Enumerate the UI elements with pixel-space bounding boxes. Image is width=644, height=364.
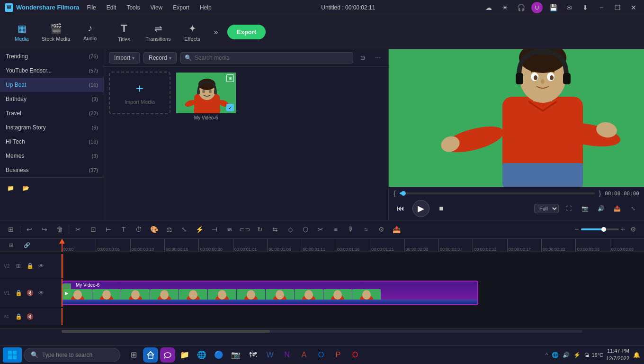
cut-tool[interactable]: ✂ — [71, 222, 85, 237]
filter-icon[interactable]: ⊟ — [357, 52, 368, 64]
scrubber-track[interactable] — [400, 192, 595, 194]
track-2-add-icon[interactable]: ⊞ — [14, 262, 23, 270]
bracket-left-icon[interactable]: { — [394, 190, 396, 197]
prev-frame-button[interactable]: ⏮ — [394, 201, 408, 216]
tray-volume-icon[interactable]: 🔊 — [562, 351, 571, 359]
notification-icon[interactable]: ✉ — [564, 2, 575, 13]
fullscreen-icon[interactable]: ⛶ — [563, 202, 575, 215]
split-tool[interactable]: ⊣ — [207, 222, 222, 237]
taskbar-chat[interactable] — [160, 347, 175, 363]
taskbar-chrome[interactable]: 🔵 — [211, 347, 226, 363]
track-1-lock-icon[interactable]: 🔒 — [14, 289, 23, 297]
audio-track-lock-icon[interactable]: 🔒 — [14, 312, 23, 321]
taskbar-word[interactable]: W — [262, 347, 277, 363]
export-button[interactable]: Export — [227, 25, 266, 39]
tab-stock-media[interactable]: 🎬 Stock Media — [39, 17, 73, 48]
cloud-icon[interactable]: ☁ — [483, 2, 494, 13]
taskbar-edge[interactable]: 🌐 — [194, 347, 209, 363]
download-icon[interactable]: ⬇ — [580, 2, 591, 13]
stabilize-tool[interactable]: ⚖ — [162, 222, 176, 237]
menu-export[interactable]: Export — [171, 3, 191, 12]
panel-item-business[interactable]: Business (37) — [0, 163, 104, 177]
tab-titles[interactable]: T Titles — [107, 17, 141, 48]
taskbar-weather[interactable]: 🌤 16°C — [584, 352, 603, 358]
auto-tool[interactable]: ⚙ — [374, 222, 388, 237]
panel-item-instagram[interactable]: Instagram Story (9) — [0, 120, 104, 135]
keyframe-tool[interactable]: ◇ — [283, 222, 297, 237]
rotate-tool[interactable]: ↻ — [253, 222, 267, 237]
taskbar-powerpoint[interactable]: P — [331, 347, 346, 363]
notification-center-icon[interactable]: 🔔 — [632, 351, 641, 359]
quality-select[interactable]: Full 1/2 1/4 — [534, 204, 559, 213]
import-placeholder[interactable]: + Import Media — [109, 72, 170, 114]
mic-tool[interactable]: 🎙 — [344, 222, 358, 237]
panel-item-hitech[interactable]: Hi-Tech (16) — [0, 135, 104, 149]
menu-help[interactable]: Help — [198, 3, 214, 12]
audio-eq-tool[interactable]: ⊂⊃ — [238, 222, 252, 237]
mask-tool[interactable]: ⬡ — [298, 222, 313, 237]
settings-tool[interactable]: ⚙ — [626, 222, 640, 237]
volume-icon[interactable]: 🔊 — [595, 202, 607, 215]
resize-icon[interactable]: ⤡ — [627, 202, 639, 215]
taskbar-clock[interactable]: 11:47 PM 12/7/2022 — [606, 347, 629, 362]
save-icon[interactable]: 💾 — [547, 2, 559, 13]
track-2-lock-icon[interactable]: 🔒 — [26, 262, 34, 270]
headset-icon[interactable]: 🎧 — [515, 2, 527, 13]
panel-item-trending[interactable]: Trending (76) — [0, 49, 104, 64]
export-tool[interactable]: 📤 — [389, 222, 403, 237]
speed-tool[interactable]: ⚡ — [192, 222, 206, 237]
menu-edit[interactable]: Edit — [105, 3, 118, 12]
minimize-button[interactable]: − — [596, 2, 607, 13]
panel-item-memes[interactable]: Memes (3) — [0, 149, 104, 163]
audio-mix-tool[interactable]: ≋ — [223, 222, 237, 237]
subtitle-tool[interactable]: ≡ — [329, 222, 343, 237]
zoom-track[interactable] — [581, 228, 619, 230]
audio-tool-2[interactable]: ≈ — [359, 222, 373, 237]
bracket-right-icon[interactable]: } — [599, 190, 601, 197]
transform-tool[interactable]: ⤡ — [177, 222, 191, 237]
taskbar-onenote[interactable]: N — [279, 347, 295, 363]
user-avatar[interactable]: U — [531, 2, 543, 13]
scrollbar-track[interactable] — [62, 330, 582, 333]
crop-tool[interactable]: ⊡ — [86, 222, 100, 237]
taskbar-maps[interactable]: 🗺 — [245, 347, 260, 363]
export-frame-icon[interactable]: 📤 — [611, 202, 623, 215]
taskbar-widget[interactable] — [143, 347, 158, 363]
undo-button[interactable]: ↩ — [22, 222, 36, 237]
import-button[interactable]: Import ▾ — [109, 52, 140, 64]
flip-tool[interactable]: ⇆ — [268, 222, 282, 237]
trim-tool[interactable]: ⊢ — [101, 222, 116, 237]
multi-select-tool[interactable]: ⊞ — [4, 222, 18, 237]
tray-arrow-icon[interactable]: ^ — [545, 351, 549, 359]
track-2-visible-icon[interactable]: 👁 — [37, 262, 45, 270]
panel-item-youtube[interactable]: YouTube Endscr... (57) — [0, 64, 104, 78]
menu-file[interactable]: File — [85, 3, 98, 12]
tab-effects[interactable]: ✦ Effects — [175, 17, 209, 48]
media-search-input[interactable] — [195, 55, 349, 61]
stop-button[interactable]: ■ — [434, 201, 448, 216]
start-button[interactable] — [3, 347, 22, 363]
link-icon[interactable]: 🔗 — [20, 239, 34, 252]
text-tool[interactable]: T — [116, 222, 131, 237]
panel-item-birthday[interactable]: Birthday (9) — [0, 92, 104, 106]
screenshot-icon[interactable]: 📷 — [579, 202, 591, 215]
tab-media[interactable]: ▦ Media — [5, 17, 39, 48]
taskbar-access[interactable]: A — [296, 347, 312, 363]
taskbar-search-input[interactable] — [42, 352, 113, 358]
panel-new-folder-button[interactable]: 📁 — [4, 182, 17, 195]
snap-icon[interactable]: ⊞ — [4, 239, 18, 252]
panel-item-upbeat[interactable]: Up Beat (16) — [0, 78, 104, 92]
menu-view[interactable]: View — [148, 3, 164, 12]
close-button[interactable]: ✕ — [628, 2, 639, 13]
media-thumb-video[interactable]: ⊞ ✓ — [175, 72, 237, 114]
ai-cut-tool[interactable]: ✂ — [313, 222, 328, 237]
tab-transitions[interactable]: ⇌ Transitions — [141, 17, 175, 48]
taskbar-outlook[interactable]: O — [313, 347, 329, 363]
video-clip[interactable]: ▶ My Video-6 — [62, 281, 478, 305]
taskbar-opera[interactable]: O — [348, 347, 363, 363]
record-button[interactable]: Record ▾ — [143, 52, 177, 64]
maximize-button[interactable]: ❐ — [612, 2, 623, 13]
taskbar-search[interactable]: 🔍 — [24, 348, 120, 362]
taskbar-explorer[interactable]: 📁 — [177, 347, 192, 363]
zoom-minus-icon[interactable]: − — [574, 225, 579, 234]
